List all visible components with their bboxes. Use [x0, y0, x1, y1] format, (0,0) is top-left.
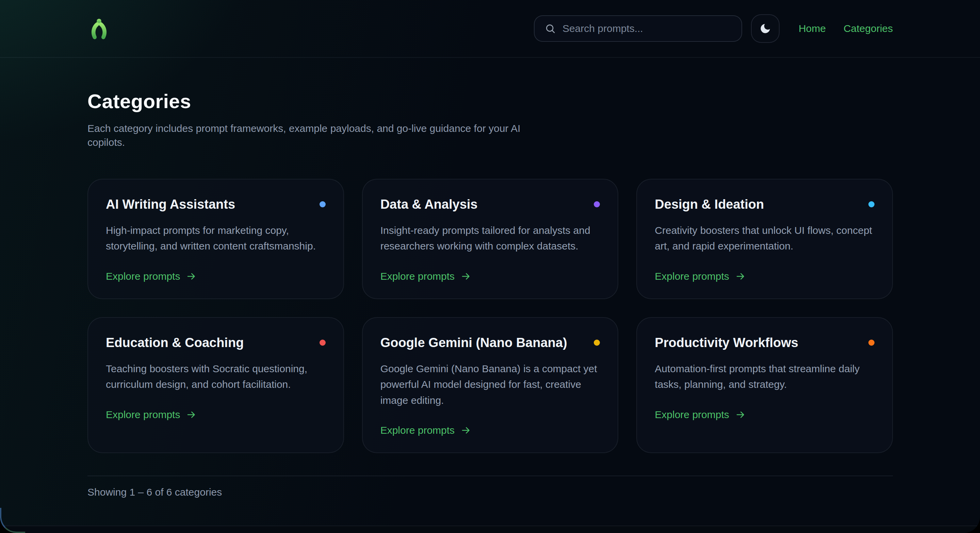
explore-prompts-link[interactable]: Explore prompts: [380, 425, 471, 436]
arrow-right-icon: [461, 271, 471, 281]
category-card: Google Gemini (Nano Banana) Google Gemin…: [362, 317, 619, 454]
page-title: Categories: [88, 90, 893, 113]
page-footer-strip: [0, 525, 980, 533]
explore-prompts-label: Explore prompts: [380, 271, 455, 282]
explore-prompts-link[interactable]: Explore prompts: [106, 409, 196, 420]
category-color-dot: [320, 201, 326, 207]
theme-toggle-button[interactable]: [751, 14, 780, 43]
nav-link-categories[interactable]: Categories: [843, 23, 893, 34]
explore-prompts-label: Explore prompts: [655, 271, 729, 282]
main-content: Categories Each category includes prompt…: [0, 90, 980, 498]
search-icon: [545, 23, 556, 34]
card-header: Productivity Workflows: [655, 336, 875, 350]
top-navigation-bar: Home Categories: [0, 0, 980, 58]
arrow-right-icon: [186, 271, 196, 281]
card-title: AI Writing Assistants: [106, 197, 235, 212]
category-color-dot: [869, 339, 875, 346]
card-description: High-impact prompts for marketing copy, …: [106, 223, 326, 254]
arrow-right-icon: [186, 409, 196, 420]
explore-prompts-label: Explore prompts: [380, 425, 455, 436]
explore-prompts-link[interactable]: Explore prompts: [655, 409, 745, 420]
search-box: [534, 15, 742, 42]
results-divider: [88, 476, 893, 476]
arrow-right-icon: [735, 271, 746, 281]
category-color-dot: [869, 201, 875, 207]
page-subtitle: Each category includes prompt frameworks…: [88, 121, 557, 149]
category-card: AI Writing Assistants High-impact prompt…: [88, 179, 344, 299]
category-color-dot: [320, 339, 326, 346]
card-description: Insight-ready prompts tailored for analy…: [380, 223, 600, 254]
categories-page: Home Categories Categories Each category…: [0, 0, 980, 533]
card-header: Google Gemini (Nano Banana): [380, 336, 600, 350]
explore-prompts-label: Explore prompts: [106, 271, 180, 282]
card-description: Automation-first prompts that streamline…: [655, 361, 875, 393]
explore-prompts-link[interactable]: Explore prompts: [106, 271, 196, 282]
category-card: Productivity Workflows Automation-first …: [636, 317, 893, 454]
category-color-dot: [594, 339, 600, 346]
card-header: Data & Analysis: [380, 197, 600, 212]
moon-icon: [759, 22, 772, 35]
card-header: Design & Ideation: [655, 197, 875, 212]
card-description: Teaching boosters with Socratic question…: [106, 361, 326, 393]
card-description: Creativity boosters that unlock UI flows…: [655, 223, 875, 254]
arrow-right-icon: [461, 425, 471, 435]
card-header: Education & Coaching: [106, 336, 326, 350]
explore-prompts-link[interactable]: Explore prompts: [380, 271, 471, 282]
brand-logo-icon: [88, 17, 111, 40]
category-card: Data & Analysis Insight-ready prompts ta…: [362, 179, 619, 299]
card-header: AI Writing Assistants: [106, 197, 326, 212]
main-nav: Home Categories: [799, 23, 893, 34]
explore-prompts-label: Explore prompts: [655, 409, 729, 420]
card-title: Google Gemini (Nano Banana): [380, 336, 567, 350]
nav-link-home[interactable]: Home: [799, 23, 826, 34]
card-title: Productivity Workflows: [655, 336, 798, 350]
category-color-dot: [594, 201, 600, 207]
category-card-grid: AI Writing Assistants High-impact prompt…: [88, 179, 893, 454]
search-input[interactable]: [562, 22, 731, 35]
card-description: Google Gemini (Nano Banana) is a compact…: [380, 361, 600, 409]
results-summary: Showing 1 – 6 of 6 categories: [88, 487, 893, 498]
category-card: Education & Coaching Teaching boosters w…: [88, 317, 344, 454]
category-card: Design & Ideation Creativity boosters th…: [636, 179, 893, 299]
card-title: Data & Analysis: [380, 197, 478, 212]
arrow-right-icon: [735, 409, 746, 420]
brand-logo-link[interactable]: [88, 17, 111, 40]
card-title: Education & Coaching: [106, 336, 243, 350]
explore-prompts-link[interactable]: Explore prompts: [655, 271, 745, 282]
explore-prompts-label: Explore prompts: [106, 409, 180, 420]
card-title: Design & Ideation: [655, 197, 764, 212]
